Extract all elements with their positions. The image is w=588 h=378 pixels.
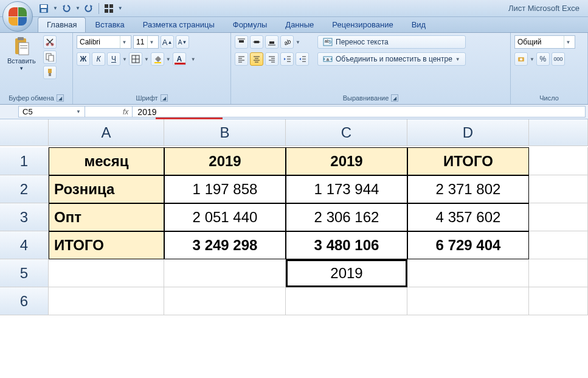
- view-grid-icon[interactable]: [103, 2, 115, 15]
- cell-c1[interactable]: 2019: [286, 147, 407, 175]
- italic-button[interactable]: К: [92, 52, 105, 66]
- chevron-down-icon[interactable]: ▼: [166, 57, 171, 62]
- orientation-button[interactable]: ab: [280, 35, 294, 49]
- cell-d4[interactable]: 6 729 404: [407, 231, 529, 259]
- grow-font-button[interactable]: A▲: [161, 35, 174, 49]
- cell-d5[interactable]: [407, 259, 529, 287]
- percent-button[interactable]: %: [536, 52, 550, 66]
- cell-d3[interactable]: 4 357 602: [407, 203, 529, 231]
- currency-button[interactable]: [514, 52, 528, 66]
- cell-a1[interactable]: месяц: [49, 147, 164, 175]
- increase-indent-button[interactable]: [296, 52, 309, 66]
- cell-a5[interactable]: [49, 259, 164, 287]
- decrease-indent-button[interactable]: [280, 52, 294, 66]
- align-top-button[interactable]: [235, 35, 248, 49]
- tab-view[interactable]: Вид: [403, 17, 435, 32]
- save-dropdown-icon[interactable]: ▼: [53, 5, 58, 11]
- svg-rect-6: [109, 9, 113, 13]
- cell-b5[interactable]: [164, 259, 286, 287]
- tab-page-layout[interactable]: Разметка страницы: [134, 17, 224, 32]
- save-icon[interactable]: [38, 2, 50, 15]
- font-dialog-launcher[interactable]: ◢: [161, 94, 168, 102]
- tab-formulas[interactable]: Формулы: [224, 17, 277, 32]
- tab-home[interactable]: Главная: [38, 17, 86, 32]
- cell-d2[interactable]: 2 371 802: [407, 175, 529, 203]
- row-header-4[interactable]: 4: [0, 231, 49, 259]
- row-header-5[interactable]: 5: [0, 259, 49, 287]
- font-name-combo[interactable]: Calibri ▼: [77, 35, 131, 49]
- shrink-font-button[interactable]: A▼: [176, 35, 189, 49]
- chevron-down-icon[interactable]: ▼: [530, 57, 534, 62]
- ribbon-tabs: Главная Вставка Разметка страницы Формул…: [0, 17, 588, 33]
- chevron-down-icon[interactable]: ▼: [191, 57, 196, 62]
- row-header-6[interactable]: 6: [0, 287, 49, 315]
- cell-e2[interactable]: [529, 175, 588, 203]
- cell-a3[interactable]: Опт: [49, 203, 164, 231]
- cell-c6[interactable]: [286, 287, 407, 315]
- row-header-2[interactable]: 2: [0, 175, 49, 203]
- cell-d6[interactable]: [407, 287, 529, 315]
- align-middle-button[interactable]: [250, 35, 263, 49]
- qat-customize-dropdown-icon[interactable]: ▼: [118, 5, 123, 11]
- fx-icon[interactable]: fx: [123, 108, 128, 116]
- cell-e6[interactable]: [529, 287, 588, 315]
- svg-rect-2: [41, 9, 46, 12]
- undo-icon[interactable]: [60, 2, 72, 15]
- cell-a6[interactable]: [49, 287, 164, 315]
- copy-button[interactable]: [43, 51, 57, 64]
- column-header-b[interactable]: B: [164, 119, 286, 146]
- paste-button[interactable]: Вставить ▼: [4, 35, 40, 72]
- redo-icon[interactable]: [83, 2, 95, 15]
- row-header-1[interactable]: 1: [0, 147, 49, 175]
- tab-data[interactable]: Данные: [276, 17, 323, 32]
- column-header-a[interactable]: A: [49, 119, 164, 146]
- cell-c5-active[interactable]: 2019: [286, 259, 407, 287]
- bold-button[interactable]: Ж: [77, 52, 90, 66]
- align-right-button[interactable]: [265, 52, 278, 66]
- name-box[interactable]: C5 ▼: [18, 106, 85, 117]
- cell-c4[interactable]: 3 480 106: [286, 231, 407, 259]
- column-header-d[interactable]: D: [407, 119, 529, 146]
- row-header-3[interactable]: 3: [0, 203, 49, 231]
- cell-c3[interactable]: 2 306 162: [286, 203, 407, 231]
- column-header-e[interactable]: [529, 119, 588, 146]
- cell-b3[interactable]: 2 051 440: [164, 203, 286, 231]
- tab-review[interactable]: Рецензирование: [323, 17, 402, 32]
- cut-button[interactable]: [43, 35, 57, 49]
- align-center-button[interactable]: [250, 52, 263, 66]
- clipboard-dialog-launcher[interactable]: ◢: [57, 94, 64, 102]
- chevron-down-icon[interactable]: ▼: [144, 57, 149, 62]
- cell-d1[interactable]: ИТОГО: [407, 147, 529, 175]
- column-header-c[interactable]: C: [286, 119, 407, 146]
- cell-b4[interactable]: 3 249 298: [164, 231, 286, 259]
- office-button[interactable]: [2, 1, 33, 32]
- cell-b6[interactable]: [164, 287, 286, 315]
- cell-c2[interactable]: 1 173 944: [286, 175, 407, 203]
- underline-button[interactable]: Ч: [107, 52, 120, 66]
- wrap-text-button[interactable]: ab Перенос текста: [317, 35, 466, 49]
- cell-e3[interactable]: [529, 203, 588, 231]
- align-bottom-button[interactable]: [265, 35, 278, 49]
- select-all-corner[interactable]: [0, 119, 49, 146]
- comma-style-button[interactable]: 000: [552, 52, 565, 66]
- alignment-dialog-launcher[interactable]: ◢: [391, 94, 398, 102]
- cell-a2[interactable]: Розница: [49, 175, 164, 203]
- merge-center-button[interactable]: a Объединить и поместить в центре ▼: [317, 52, 466, 66]
- cell-e5[interactable]: [529, 259, 588, 287]
- cell-b1[interactable]: 2019: [164, 147, 286, 175]
- chevron-down-icon[interactable]: ▼: [296, 40, 300, 45]
- cell-b2[interactable]: 1 197 858: [164, 175, 286, 203]
- tab-insert[interactable]: Вставка: [86, 17, 133, 32]
- chevron-down-icon[interactable]: ▼: [122, 57, 127, 62]
- cell-a4[interactable]: ИТОГО: [49, 231, 164, 259]
- font-size-combo[interactable]: 11 ▼: [133, 35, 159, 49]
- cell-e1[interactable]: [529, 147, 588, 175]
- number-format-combo[interactable]: Общий ▼: [514, 35, 575, 49]
- format-painter-button[interactable]: [43, 66, 57, 79]
- cell-e4[interactable]: [529, 231, 588, 259]
- fill-color-button[interactable]: [151, 52, 164, 66]
- borders-button[interactable]: [129, 52, 142, 66]
- undo-dropdown-icon[interactable]: ▼: [75, 5, 80, 11]
- formula-input[interactable]: 2019: [133, 106, 586, 117]
- align-left-button[interactable]: [235, 52, 248, 66]
